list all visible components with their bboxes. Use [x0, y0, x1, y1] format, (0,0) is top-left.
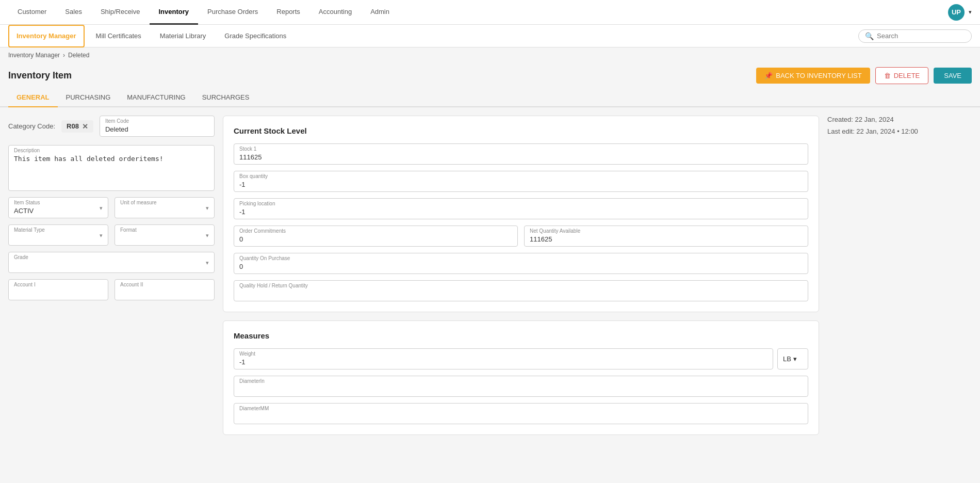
nav-accounting[interactable]: Accounting [309, 0, 361, 25]
item-status-field: Item Status ACTIV ▾ [8, 197, 108, 218]
delete-button[interactable]: 🗑 DELETE [875, 67, 929, 84]
description-label: Description [14, 148, 40, 153]
nav-sales[interactable]: Sales [56, 0, 91, 25]
main-content: Category Code: R08 ✕ Item Code Descripti… [0, 107, 980, 469]
subnav-material-library[interactable]: Material Library [153, 25, 214, 47]
net-qty-label: Net Quantity Available [530, 228, 580, 234]
subnav-grade-specifications[interactable]: Grade Specifications [217, 25, 293, 47]
avatar[interactable]: UP [948, 4, 965, 21]
order-commitments-input[interactable] [239, 235, 512, 243]
weight-unit-value: LB [783, 355, 791, 363]
item-code-field: Item Code [100, 116, 215, 137]
stock-card: Current Stock Level Stock 1 Box quantity… [223, 116, 819, 312]
description-input[interactable]: This item has all deleted orderitems! [14, 155, 209, 186]
grade-label: Grade [14, 254, 28, 260]
diameter-in-field: DiameterIn [234, 376, 808, 397]
back-to-inventory-button[interactable]: 📌 BACK TO INVENTORY LIST [756, 68, 870, 84]
grade-arrow-icon: ▾ [206, 259, 209, 266]
nav-purchase-orders[interactable]: Purchase Orders [198, 0, 267, 25]
weight-label: Weight [239, 351, 255, 357]
diameter-mm-label: DiameterMM [239, 406, 269, 411]
diameter-in-label: DiameterIn [239, 378, 265, 384]
quality-hold-label: Quality Hold / Return Quantity [239, 283, 308, 288]
format-select[interactable] [120, 234, 209, 242]
material-type-select[interactable] [14, 234, 103, 242]
quality-hold-input[interactable] [239, 290, 803, 298]
account-i-input[interactable] [14, 289, 103, 297]
breadcrumb: Inventory Manager › Deleted [0, 47, 980, 63]
nav-admin[interactable]: Admin [361, 0, 399, 25]
avatar-dropdown-icon[interactable]: ▾ [969, 9, 972, 15]
material-type-field: Material Type ▾ [8, 224, 108, 246]
diameter-mm-input[interactable] [239, 413, 803, 421]
item-code-label: Item Code [105, 118, 129, 124]
top-navigation: Customer Sales Ship/Receive Inventory Pu… [0, 0, 980, 25]
category-row: Category Code: R08 ✕ Item Code [8, 116, 215, 137]
weight-unit-selector[interactable]: LB ▾ [777, 348, 808, 369]
diameter-in-input[interactable] [239, 385, 803, 393]
item-status-label: Item Status [14, 200, 40, 205]
grade-wrapper: Grade ▾ [8, 252, 215, 273]
stock-card-title: Current Stock Level [234, 126, 808, 135]
box-qty-input[interactable] [239, 181, 803, 188]
category-code-label: Category Code: [8, 122, 55, 130]
format-label: Format [120, 227, 137, 233]
nav-customer[interactable]: Customer [8, 0, 56, 25]
category-close-icon[interactable]: ✕ [82, 122, 88, 131]
unit-of-measure-select[interactable] [120, 207, 209, 215]
qty-on-purchase-input[interactable] [239, 263, 803, 270]
material-type-label: Material Type [14, 227, 45, 233]
search-input[interactable] [877, 32, 965, 40]
box-qty-field: Box quantity [234, 171, 808, 192]
search-bar: 🔍 [858, 29, 972, 43]
net-qty-field: Net Quantity Available [524, 226, 808, 247]
created-date: Created: 22 Jan, 2024 [827, 116, 972, 123]
format-field: Format ▾ [115, 224, 215, 246]
stock1-input[interactable] [239, 153, 803, 161]
tab-general[interactable]: GENERAL [8, 88, 58, 107]
account-ii-label: Account II [120, 282, 143, 287]
save-button[interactable]: SAVE [934, 68, 972, 84]
stock1-field: Stock 1 [234, 143, 808, 165]
weight-input[interactable] [239, 358, 767, 366]
sub-navigation: Inventory Manager Mill Certificates Mate… [0, 25, 980, 47]
picking-location-input[interactable] [239, 208, 803, 216]
left-panel: Category Code: R08 ✕ Item Code Descripti… [8, 116, 215, 460]
pin-icon: 📌 [764, 72, 773, 79]
quality-hold-field: Quality Hold / Return Quantity [234, 280, 808, 301]
tab-surcharges[interactable]: SURCHARGES [194, 88, 258, 107]
net-qty-input[interactable] [530, 235, 803, 243]
nav-items: Customer Sales Ship/Receive Inventory Pu… [8, 0, 948, 25]
picking-location-field: Picking location [234, 198, 808, 219]
tab-purchasing[interactable]: PURCHASING [58, 88, 119, 107]
center-panel: Current Stock Level Stock 1 Box quantity… [223, 116, 819, 460]
tab-manufacturing[interactable]: MANUFACTURING [119, 88, 193, 107]
subnav-inventory-manager[interactable]: Inventory Manager [8, 25, 85, 47]
material-format-row: Material Type ▾ Format ▾ [8, 224, 215, 246]
diameter-mm-field: DiameterMM [234, 403, 808, 424]
page-header: Inventory Item 📌 BACK TO INVENTORY LIST … [0, 63, 980, 86]
category-badge: R08 ✕ [61, 120, 93, 133]
grade-select[interactable] [14, 262, 199, 269]
item-status-select[interactable]: ACTIV [14, 207, 103, 215]
breadcrumb-separator: › [63, 52, 65, 59]
nav-reports[interactable]: Reports [267, 0, 309, 25]
commitments-net-row: Order Commitments Net Quantity Available [234, 226, 808, 247]
subnav-mill-certificates[interactable]: Mill Certificates [89, 25, 149, 47]
breadcrumb-parent[interactable]: Inventory Manager [8, 52, 60, 59]
stock1-label: Stock 1 [239, 146, 256, 152]
measures-card-title: Measures [234, 331, 808, 340]
breadcrumb-current: Deleted [68, 52, 89, 59]
last-edit-date: Last edit: 22 Jan, 2024 • 12:00 [827, 127, 972, 135]
nav-ship-receive[interactable]: Ship/Receive [91, 0, 150, 25]
weight-field: Weight [234, 348, 773, 369]
stock-fields: Stock 1 Box quantity Picking location Or… [234, 143, 808, 301]
right-panel: Created: 22 Jan, 2024 Last edit: 22 Jan,… [827, 116, 972, 460]
nav-inventory[interactable]: Inventory [150, 0, 199, 25]
unit-of-measure-label: Unit of measure [120, 200, 157, 205]
item-code-input[interactable] [105, 125, 209, 133]
account-ii-input[interactable] [120, 289, 209, 297]
account-i-field: Account I [8, 279, 108, 300]
weight-unit-arrow-icon: ▾ [793, 355, 797, 363]
tab-bar: GENERAL PURCHASING MANUFACTURING SURCHAR… [0, 88, 980, 107]
